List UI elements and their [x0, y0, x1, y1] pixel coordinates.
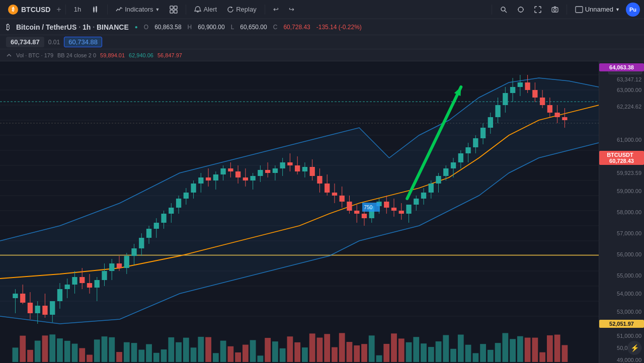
workspace-chevron: ▼ — [615, 7, 620, 12]
open-value: 60,863.58 — [154, 24, 181, 31]
divider-1 — [65, 5, 66, 15]
divider-4 — [265, 5, 265, 15]
snapshot-button[interactable] — [547, 4, 562, 15]
svg-rect-8 — [170, 10, 173, 13]
crosshair-icon — [517, 6, 524, 13]
divider-6 — [567, 5, 567, 15]
search-button[interactable] — [496, 4, 511, 15]
bb-val1: 59,894.01 — [100, 52, 125, 58]
vol-label: Vol · BTC · 179 — [16, 52, 53, 58]
bb-val2: 62,940.06 — [129, 52, 153, 58]
lightning-button[interactable]: ⚡ — [627, 341, 641, 355]
chart-container: USDT 64,063.38 63,347.12 63,000.00 62,22… — [0, 61, 644, 363]
fullscreen-icon — [534, 6, 541, 13]
price-label-64063: 64,063.38 — [599, 63, 644, 71]
price-label-63347: 63,347.12 — [617, 76, 641, 82]
workspace-icon — [575, 6, 583, 14]
price-change: -135.14 (-0.22%) — [316, 24, 362, 31]
templates-button[interactable] — [166, 4, 182, 16]
divider-2 — [107, 5, 108, 15]
unnamed-label: Unnamed — [585, 6, 613, 13]
alert-button[interactable]: Alert — [190, 4, 221, 15]
toolbar: ₿ BTCUSD + 1h Indicators ▼ — [0, 0, 644, 19]
collapse-button[interactable] — [6, 52, 12, 58]
redo-button[interactable]: ↪ — [285, 4, 298, 15]
ticker-symbol: BTCUSD — [21, 6, 50, 14]
indicators-label: Indicators — [125, 6, 153, 13]
indicators-chevron: ▼ — [155, 7, 160, 12]
price-label-58000: 58,000.00 — [617, 209, 641, 215]
profile-initials: Pu — [629, 7, 636, 13]
svg-rect-0 — [93, 8, 95, 12]
close-value: 60,728.43 — [283, 24, 310, 31]
crosshair-button[interactable] — [513, 4, 528, 15]
low-label: L — [231, 24, 234, 31]
svg-rect-6 — [170, 6, 173, 9]
price-label-51000: 51,000.00 — [617, 333, 641, 339]
price-axis: USDT 64,063.38 63,347.12 63,000.00 62,22… — [599, 61, 644, 363]
ticker-button[interactable]: ₿ BTCUSD — [4, 3, 54, 17]
price-tick: 0.01 — [48, 39, 60, 46]
price-label-54000: 54,000.00 — [617, 291, 641, 297]
price-label-53000: 53,000.00 — [617, 309, 641, 315]
price-label-59923: 59,923.59 — [617, 170, 641, 176]
price-highlight-box: 60,734.88 — [64, 37, 102, 47]
price-label-63000: 63,000.00 — [617, 87, 641, 93]
price-bar: 60,734.87 0.01 60,734.88 — [0, 35, 644, 49]
high-value: 60,900.00 — [198, 24, 224, 31]
plus-icon[interactable]: + — [56, 5, 61, 14]
indicators-icon — [116, 6, 123, 13]
replay-icon — [227, 6, 234, 13]
symbol-full-name: Bitcoin / TetherUS · 1h · BINANCE — [16, 23, 129, 31]
high-label: H — [188, 24, 192, 31]
svg-rect-7 — [174, 6, 177, 9]
price-label-55000: 55,000.00 — [617, 273, 641, 279]
camera-icon — [551, 6, 558, 13]
price-label-52051: 52,051.97 — [599, 320, 644, 328]
low-value: 60,650.00 — [240, 24, 267, 31]
indicators-button[interactable]: Indicators ▼ — [112, 4, 164, 15]
profile-button[interactable]: Pu — [626, 3, 640, 17]
indicator-bar: Vol · BTC · 179 BB 24 close 2 0 59,894.0… — [0, 49, 644, 61]
current-price: 60,734.87 — [11, 38, 40, 46]
unnamed-button[interactable]: Unnamed ▼ — [571, 4, 624, 16]
chart-main[interactable] — [0, 61, 599, 363]
timeframe-button[interactable]: 1h — [70, 4, 85, 15]
price-label-59000: 59,000.00 — [617, 188, 641, 194]
templates-icon — [170, 6, 178, 14]
svg-point-10 — [501, 7, 505, 11]
svg-rect-1 — [96, 7, 97, 12]
alert-icon — [194, 6, 201, 13]
bb-label: BB 24 close 2 0 — [57, 52, 96, 58]
price-highlight: 60,734.88 — [68, 38, 98, 46]
current-price-box: 60,734.87 — [6, 37, 44, 47]
price-label-56000: 56,000.00 — [617, 251, 641, 257]
alert-label: Alert — [203, 6, 217, 13]
price-label-60728: BTCUSDT 60,728.43 — [599, 151, 644, 165]
open-label: O — [144, 24, 148, 31]
svg-point-12 — [518, 7, 523, 12]
fullscreen-button[interactable] — [530, 4, 545, 15]
symbol-bar: ₿ Bitcoin / TetherUS · 1h · BINANCE ● O … — [0, 19, 644, 35]
chart-canvas — [0, 61, 599, 363]
undo-button[interactable]: ↩ — [269, 4, 283, 15]
search-icon — [500, 6, 507, 13]
collapse-icon — [6, 52, 12, 58]
live-dot: ● — [135, 24, 138, 30]
price-label-49000: 49,000.00 — [617, 357, 641, 363]
replay-button[interactable]: Replay — [223, 4, 260, 15]
price-label-61000: 61,000.00 — [617, 137, 641, 143]
chart-type-button[interactable] — [87, 4, 103, 16]
price-label-57000: 57,000.00 — [617, 230, 641, 236]
bb-val3: 56,847.97 — [157, 52, 182, 58]
svg-point-18 — [553, 9, 556, 11]
svg-line-11 — [505, 11, 507, 13]
svg-rect-9 — [174, 10, 177, 13]
ticker-logo: ₿ — [8, 5, 18, 15]
svg-rect-19 — [576, 7, 583, 13]
divider-3 — [186, 5, 186, 15]
replay-label: Replay — [236, 6, 256, 13]
close-label: C — [273, 24, 278, 31]
timeframe-label: 1h — [74, 6, 81, 13]
divider-5 — [492, 5, 492, 15]
